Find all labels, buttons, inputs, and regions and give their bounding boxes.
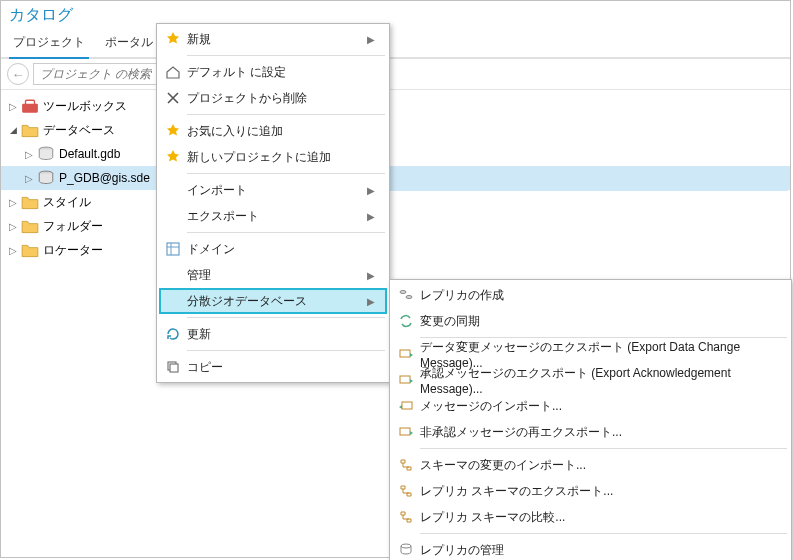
menu-label: インポート <box>187 182 367 199</box>
expand-icon[interactable] <box>7 221 19 232</box>
menu-label: 新しいプロジェクトに追加 <box>187 149 367 166</box>
expand-icon[interactable] <box>23 149 35 160</box>
chevron-right-icon: ▶ <box>367 296 379 307</box>
menu-separator <box>187 350 385 351</box>
tree-label: Default.gdb <box>59 147 120 161</box>
geodatabase-icon <box>37 146 55 162</box>
context-menu: 新規 ▶ デフォルト に設定 プロジェクトから削除 お気に入りに追加 新しいプロ… <box>156 23 390 383</box>
menu-label: ドメイン <box>187 241 367 258</box>
menu-new[interactable]: 新規 ▶ <box>159 26 387 52</box>
submenu-manage-replica[interactable]: レプリカの管理 <box>392 537 789 560</box>
tree-label: P_GDB@gis.sde <box>59 171 150 185</box>
submenu-export-ack[interactable]: 承認メッセージのエクスポート (Export Acknowledgement M… <box>392 367 789 393</box>
menu-refresh[interactable]: 更新 <box>159 321 387 347</box>
menu-label: 非承認メッセージの再エクスポート... <box>420 424 781 441</box>
submenu-import-message[interactable]: メッセージのインポート... <box>392 393 789 419</box>
tree-label: フォルダー <box>43 218 103 235</box>
tree-databases[interactable]: データベース <box>1 118 790 142</box>
tree-pgdb-sde[interactable]: P_GDB@gis.sde <box>1 166 790 190</box>
menu-manage[interactable]: 管理 ▶ <box>159 262 387 288</box>
menu-label: 変更の同期 <box>420 313 781 330</box>
folder-icon <box>21 218 39 234</box>
schema-import-icon <box>392 457 420 473</box>
chevron-right-icon: ▶ <box>367 185 379 196</box>
menu-set-default[interactable]: デフォルト に設定 <box>159 59 387 85</box>
svg-rect-12 <box>400 428 410 435</box>
menu-distributed-gdb[interactable]: 分散ジオデータベース ▶ <box>159 288 387 314</box>
refresh-icon <box>159 326 187 342</box>
menu-export[interactable]: エクスポート ▶ <box>159 203 387 229</box>
svg-point-8 <box>406 296 412 299</box>
star-icon <box>159 149 187 165</box>
menu-remove-from-project[interactable]: プロジェクトから削除 <box>159 85 387 111</box>
tree-label: スタイル <box>43 194 91 211</box>
menu-label: エクスポート <box>187 208 367 225</box>
menu-add-new-project[interactable]: 新しいプロジェクトに追加 <box>159 144 387 170</box>
menu-label: レプリカの作成 <box>420 287 781 304</box>
chevron-right-icon: ▶ <box>367 34 379 45</box>
menu-label: レプリカ スキーマのエクスポート... <box>420 483 781 500</box>
svg-rect-10 <box>400 376 410 383</box>
menu-label: 管理 <box>187 267 367 284</box>
expand-icon[interactable] <box>23 173 35 184</box>
copy-icon <box>159 359 187 375</box>
tab-project[interactable]: プロジェクト <box>3 30 95 57</box>
tree-default-gdb[interactable]: Default.gdb <box>1 142 790 166</box>
sync-icon <box>392 313 420 329</box>
submenu-distributed-gdb: レプリカの作成 変更の同期 データ変更メッセージのエクスポート (Export … <box>389 279 792 560</box>
remove-icon <box>159 90 187 106</box>
menu-label: お気に入りに追加 <box>187 123 367 140</box>
submenu-compare-replica-schema[interactable]: レプリカ スキーマの比較... <box>392 504 789 530</box>
svg-rect-6 <box>170 364 178 372</box>
menu-separator <box>187 232 385 233</box>
menu-label: 分散ジオデータベース <box>187 293 367 310</box>
expand-icon[interactable] <box>7 197 19 208</box>
submenu-sync-changes[interactable]: 変更の同期 <box>392 308 789 334</box>
import-message-icon <box>392 398 420 414</box>
tree-styles[interactable]: スタイル <box>1 190 790 214</box>
menu-label: スキーマの変更のインポート... <box>420 457 781 474</box>
menu-label: レプリカの管理 <box>420 542 781 559</box>
manage-replica-icon <box>392 542 420 558</box>
schema-export-icon <box>392 483 420 499</box>
replica-icon <box>392 287 420 303</box>
menu-separator <box>420 533 787 534</box>
back-button[interactable]: ← <box>7 63 29 85</box>
submenu-import-schema[interactable]: スキーマの変更のインポート... <box>392 452 789 478</box>
submenu-export-replica-schema[interactable]: レプリカ スキーマのエクスポート... <box>392 478 789 504</box>
submenu-reexport-unack[interactable]: 非承認メッセージの再エクスポート... <box>392 419 789 445</box>
menu-label: プロジェクトから削除 <box>187 90 367 107</box>
submenu-export-datachange[interactable]: データ変更メッセージのエクスポート (Export Data Change Me… <box>392 341 789 367</box>
reexport-icon <box>392 424 420 440</box>
menu-copy[interactable]: コピー <box>159 354 387 380</box>
catalog-tree: ツールボックス データベース Default.gdb P_GDB@gis.sde… <box>1 90 790 266</box>
database-folder-icon <box>21 122 39 138</box>
menu-separator <box>420 448 787 449</box>
submenu-create-replica[interactable]: レプリカの作成 <box>392 282 789 308</box>
star-icon <box>159 123 187 139</box>
menu-label: メッセージのインポート... <box>420 398 781 415</box>
tree-toolboxes[interactable]: ツールボックス <box>1 94 790 118</box>
panel-title: カタログ <box>1 1 790 28</box>
expand-icon[interactable] <box>7 245 19 256</box>
expand-icon[interactable] <box>7 101 19 112</box>
schema-compare-icon <box>392 509 420 525</box>
tab-portal[interactable]: ポータル <box>95 30 163 57</box>
tree-locators[interactable]: ロケーター <box>1 238 790 262</box>
back-arrow-icon: ← <box>12 67 25 82</box>
styles-folder-icon <box>21 194 39 210</box>
tree-folders[interactable]: フォルダー <box>1 214 790 238</box>
collapse-icon[interactable] <box>7 125 19 135</box>
chevron-right-icon: ▶ <box>367 270 379 281</box>
svg-rect-4 <box>167 243 179 255</box>
svg-point-7 <box>400 291 406 294</box>
menu-domain[interactable]: ドメイン <box>159 236 387 262</box>
menu-add-favorites[interactable]: お気に入りに追加 <box>159 118 387 144</box>
menu-label: レプリカ スキーマの比較... <box>420 509 781 526</box>
menu-import[interactable]: インポート ▶ <box>159 177 387 203</box>
export-message-icon <box>392 346 420 362</box>
menu-separator <box>187 317 385 318</box>
menu-separator <box>187 55 385 56</box>
menu-label: 承認メッセージのエクスポート (Export Acknowledgement M… <box>420 365 781 396</box>
menu-label: コピー <box>187 359 367 376</box>
